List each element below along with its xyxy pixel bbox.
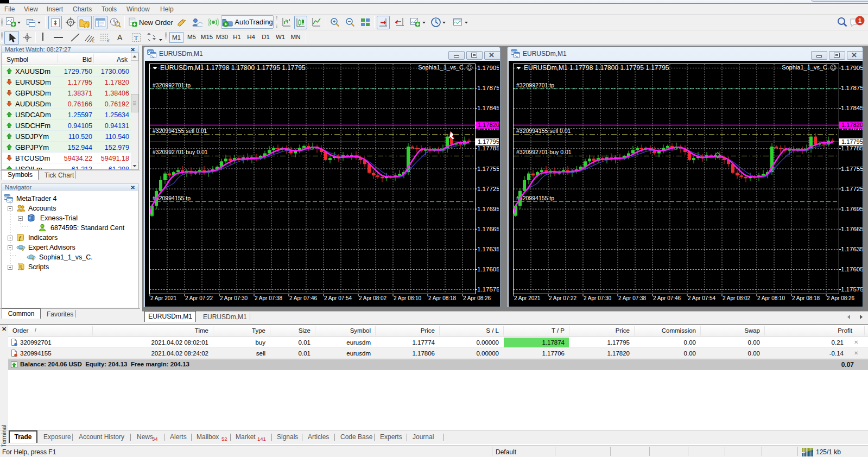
- svg-text:T: T: [134, 34, 138, 42]
- svg-text:1.17820: 1.17820: [841, 122, 863, 128]
- svg-text:2 Apr 2021: 2 Apr 2021: [514, 295, 541, 301]
- svg-text:2 Apr 08:26: 2 Apr 08:26: [463, 295, 491, 301]
- svg-text:2 Apr 07:54: 2 Apr 07:54: [324, 295, 352, 301]
- svg-text:EURUSDm,M1 1.17798 1.17800 1.: EURUSDm,M1 1.17798 1.17800 1.17795 1.177…: [160, 64, 306, 72]
- svg-text:2 Apr 08:02: 2 Apr 08:02: [723, 295, 751, 301]
- svg-text:2 Apr 07:38: 2 Apr 07:38: [255, 295, 283, 301]
- svg-text:1.17725: 1.17725: [841, 186, 863, 192]
- svg-text:#320994155 sell 0.01: #320994155 sell 0.01: [516, 128, 571, 134]
- svg-text:1.17795: 1.17795: [841, 138, 863, 145]
- svg-text:1.17635: 1.17635: [477, 246, 499, 252]
- svg-text:1.17575: 1.17575: [477, 286, 499, 293]
- svg-text:1.17905: 1.17905: [477, 65, 499, 71]
- svg-text:#320992701 tp: #320992701 tp: [153, 82, 191, 88]
- svg-text:2 Apr 07:22: 2 Apr 07:22: [185, 295, 213, 301]
- svg-text:Sophia1_1_vs_C.: Sophia1_1_vs_C.: [418, 64, 465, 71]
- svg-text:1.17695: 1.17695: [841, 206, 863, 212]
- svg-text:1.17605: 1.17605: [477, 266, 499, 272]
- svg-text:1.17635: 1.17635: [841, 246, 863, 252]
- svg-text:F: F: [107, 39, 110, 43]
- svg-text:1.17795: 1.17795: [478, 138, 499, 145]
- svg-text:2 Apr 07:30: 2 Apr 07:30: [584, 295, 612, 301]
- svg-text:#320992701 buy 0.01: #320992701 buy 0.01: [516, 149, 572, 155]
- svg-text:1.17755: 1.17755: [477, 166, 499, 172]
- svg-text:2 Apr 08:02: 2 Apr 08:02: [359, 295, 387, 301]
- svg-text:E: E: [92, 39, 95, 43]
- svg-text:1: 1: [858, 17, 861, 24]
- svg-text:1.17665: 1.17665: [841, 226, 863, 232]
- svg-text:1.17785: 1.17785: [841, 145, 863, 151]
- svg-text:2 Apr 07:46: 2 Apr 07:46: [653, 295, 681, 301]
- svg-text:1.17875: 1.17875: [477, 85, 499, 91]
- svg-text:1.17785: 1.17785: [477, 145, 499, 151]
- svg-text:1.17820: 1.17820: [478, 122, 499, 128]
- svg-text:1.17665: 1.17665: [477, 226, 499, 232]
- svg-text:1.17575: 1.17575: [841, 286, 863, 293]
- svg-text:2 Apr 08:26: 2 Apr 08:26: [827, 295, 855, 301]
- svg-text:2 Apr 08:10: 2 Apr 08:10: [394, 295, 422, 301]
- svg-text:2 Apr 07:38: 2 Apr 07:38: [618, 295, 647, 301]
- svg-text:#320994155 sell 0.01: #320994155 sell 0.01: [153, 128, 207, 134]
- svg-text:2 Apr 2021: 2 Apr 2021: [150, 295, 177, 301]
- svg-text:2 Apr 07:22: 2 Apr 07:22: [549, 295, 577, 301]
- svg-text:1.17755: 1.17755: [841, 166, 863, 172]
- svg-text:1.17905: 1.17905: [841, 65, 863, 71]
- svg-text:1.17725: 1.17725: [477, 186, 499, 192]
- svg-text:2 Apr 07:46: 2 Apr 07:46: [289, 295, 318, 301]
- svg-text:2 Apr 08:10: 2 Apr 08:10: [757, 295, 785, 301]
- svg-text:2 Apr 07:54: 2 Apr 07:54: [688, 295, 716, 301]
- svg-text:2 Apr 07:30: 2 Apr 07:30: [220, 295, 248, 301]
- svg-text:1.17845: 1.17845: [841, 105, 863, 111]
- svg-text:Sophia1_1_vs_C.: Sophia1_1_vs_C.: [782, 64, 829, 71]
- svg-text:1.17695: 1.17695: [477, 206, 499, 212]
- svg-text:#320992701 buy 0.01: #320992701 buy 0.01: [153, 149, 208, 155]
- svg-text:2 Apr 08:18: 2 Apr 08:18: [792, 295, 820, 301]
- svg-text:2 Apr 08:18: 2 Apr 08:18: [428, 295, 457, 301]
- svg-text:1.17605: 1.17605: [841, 266, 863, 272]
- svg-text:#320992701 tp: #320992701 tp: [516, 82, 554, 88]
- svg-text:EURUSDm,M1 1.17798 1.17800 1.: EURUSDm,M1 1.17798 1.17800 1.17795 1.177…: [524, 64, 669, 72]
- svg-text:1.17845: 1.17845: [477, 105, 499, 111]
- svg-text:1.17875: 1.17875: [841, 85, 863, 91]
